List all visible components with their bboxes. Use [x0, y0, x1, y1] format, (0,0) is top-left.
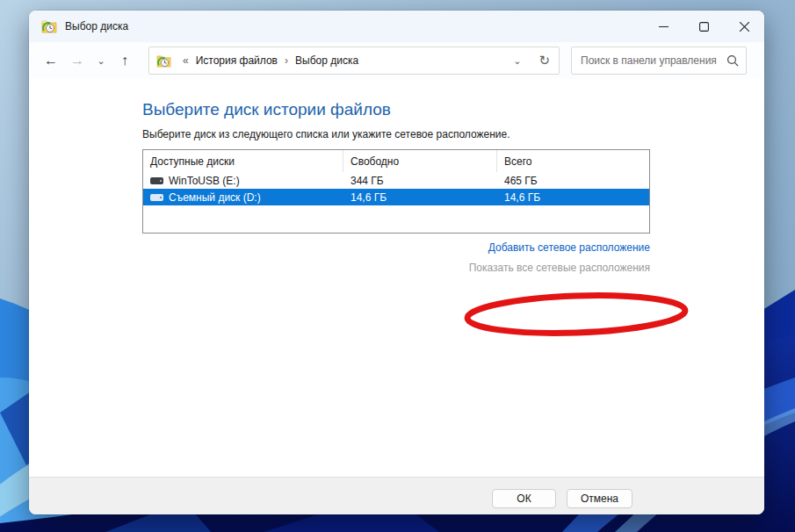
refresh-icon[interactable]: ↻	[530, 53, 553, 68]
drive-name: Съемный диск (D:)	[169, 191, 261, 204]
add-network-location-link[interactable]: Добавить сетевое расположение	[488, 241, 650, 254]
breadcrumb-item-file-history[interactable]: История файлов	[194, 54, 279, 67]
column-header-available-drives[interactable]: Доступные диски	[143, 150, 343, 172]
show-all-network-locations-link[interactable]: Показать все сетевые расположения	[469, 262, 650, 274]
chevron-down-icon: ⌄	[97, 55, 105, 67]
address-bar[interactable]: « История файлов › Выбор диска ⌄ ↻	[148, 47, 560, 75]
maximize-button[interactable]	[683, 11, 724, 42]
page-title: Выберите диск истории файлов	[142, 100, 391, 119]
close-icon	[740, 22, 749, 32]
ok-button[interactable]: ОК	[492, 489, 556, 508]
drive-icon	[150, 177, 163, 184]
close-button[interactable]	[724, 11, 764, 42]
drive-name: WinToUSB (E:)	[169, 175, 240, 187]
forward-button[interactable]: →	[64, 47, 90, 74]
drive-total: 465 ГБ	[497, 175, 545, 187]
titlebar: Выбор диска	[29, 11, 764, 42]
address-dropdown-icon[interactable]: ⌄	[504, 55, 530, 67]
drive-free: 344 ГБ	[343, 175, 497, 187]
drive-icon	[150, 194, 163, 201]
drive-free: 14,6 ГБ	[343, 191, 497, 204]
search-icon[interactable]	[726, 54, 739, 67]
drive-total: 14,6 ГБ	[497, 191, 547, 204]
breadcrumb-root-chevrons[interactable]: «	[183, 54, 189, 67]
drive-list: Доступные диски Свободно Всего WinToUSB …	[142, 149, 650, 234]
back-icon: ←	[44, 53, 58, 68]
breadcrumb-separator-icon: ›	[285, 54, 288, 67]
file-history-icon	[156, 54, 171, 68]
forward-icon: →	[70, 53, 84, 68]
minimize-button[interactable]	[643, 11, 683, 42]
file-history-icon	[41, 19, 57, 33]
breadcrumb-item-drive-select[interactable]: Выбор диска	[293, 54, 360, 67]
back-button[interactable]: ←	[38, 47, 64, 74]
maximize-icon	[699, 22, 709, 32]
dialog-window: Выбор диска ← → ⌄ ↑ « История файлов ›	[29, 11, 764, 514]
search-box	[571, 47, 747, 75]
column-header-free[interactable]: Свободно	[343, 150, 497, 172]
recent-pages-button[interactable]: ⌄	[90, 47, 112, 74]
search-input[interactable]	[581, 54, 726, 67]
dialog-footer: ОК Отмена	[29, 477, 764, 514]
up-button[interactable]: ↑	[112, 47, 138, 74]
page-subtitle: Выберите диск из следующего списка или у…	[142, 128, 510, 140]
table-row-removable-disk[interactable]: Съемный диск (D:) 14,6 ГБ 14,6 ГБ	[143, 189, 649, 205]
window-title: Выбор диска	[65, 20, 128, 32]
table-row-wintousb[interactable]: WinToUSB (E:) 344 ГБ 465 ГБ	[143, 172, 649, 189]
column-header-total[interactable]: Всего	[497, 150, 649, 172]
up-icon: ↑	[121, 53, 128, 68]
dialog-content: Выберите диск истории файлов Выберите ди…	[29, 79, 764, 477]
cancel-button[interactable]: Отмена	[567, 489, 632, 508]
minimize-icon	[659, 22, 669, 32]
drive-list-header: Доступные диски Свободно Всего	[143, 150, 649, 172]
navigation-toolbar: ← → ⌄ ↑ « История файлов › Выбор диска ⌄…	[29, 42, 764, 79]
